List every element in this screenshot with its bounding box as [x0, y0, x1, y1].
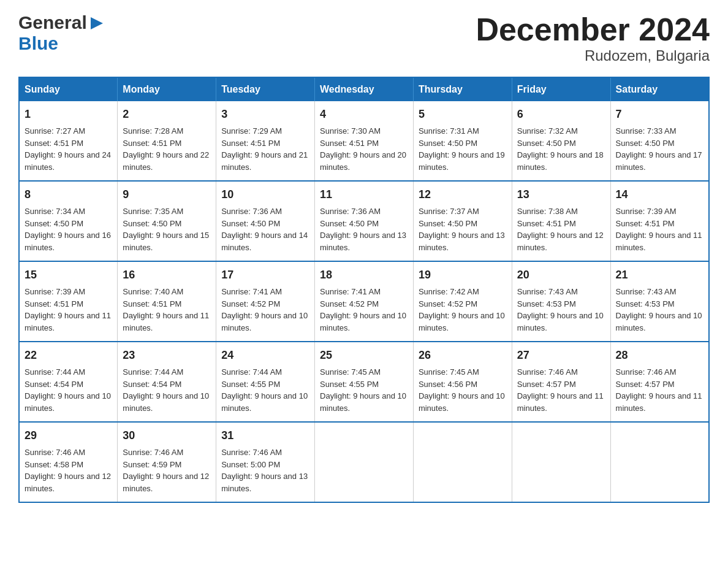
sunset-text: Sunset: 4:51 PM	[25, 137, 112, 150]
day-info: Sunrise: 7:44 AM Sunset: 4:54 PM Dayligh…	[123, 366, 211, 414]
title-block: December 2024 Rudozem, Bulgaria	[476, 12, 710, 64]
day-number: 4	[320, 106, 408, 123]
day-number: 23	[123, 347, 211, 364]
sunrise-text: Sunrise: 7:33 AM	[616, 125, 703, 137]
daylight-text: Daylight: 9 hours and 17 minutes.	[616, 149, 703, 173]
sunrise-text: Sunrise: 7:35 AM	[123, 205, 211, 218]
sunset-text: Sunset: 4:53 PM	[616, 298, 703, 310]
calendar-week-row: 8 Sunrise: 7:34 AM Sunset: 4:50 PM Dayli…	[19, 181, 709, 261]
day-info: Sunrise: 7:43 AM Sunset: 4:53 PM Dayligh…	[517, 286, 605, 334]
calendar-day-cell: 13 Sunrise: 7:38 AM Sunset: 4:51 PM Dayl…	[512, 181, 610, 261]
sunset-text: Sunset: 4:56 PM	[419, 378, 507, 391]
sunrise-text: Sunrise: 7:46 AM	[123, 446, 211, 459]
daylight-text: Daylight: 9 hours and 11 minutes.	[517, 390, 605, 414]
daylight-text: Daylight: 9 hours and 11 minutes.	[616, 229, 703, 253]
day-info: Sunrise: 7:46 AM Sunset: 4:59 PM Dayligh…	[123, 446, 211, 494]
calendar-day-cell: 31 Sunrise: 7:46 AM Sunset: 5:00 PM Dayl…	[216, 422, 315, 502]
sunrise-text: Sunrise: 7:43 AM	[517, 286, 605, 298]
day-number: 14	[616, 186, 703, 203]
calendar-day-cell	[413, 422, 512, 502]
day-number: 5	[419, 106, 507, 123]
sunrise-text: Sunrise: 7:34 AM	[25, 205, 112, 218]
logo: General Blue	[18, 12, 105, 54]
sunrise-text: Sunrise: 7:46 AM	[517, 366, 605, 378]
day-number: 10	[221, 186, 309, 203]
daylight-text: Daylight: 9 hours and 11 minutes.	[25, 310, 112, 334]
day-info: Sunrise: 7:45 AM Sunset: 4:55 PM Dayligh…	[320, 366, 408, 414]
calendar-day-cell: 5 Sunrise: 7:31 AM Sunset: 4:50 PM Dayli…	[413, 101, 512, 181]
daylight-text: Daylight: 9 hours and 14 minutes.	[221, 229, 309, 253]
day-info: Sunrise: 7:44 AM Sunset: 4:55 PM Dayligh…	[221, 366, 309, 414]
sunset-text: Sunset: 4:54 PM	[25, 378, 112, 391]
day-info: Sunrise: 7:34 AM Sunset: 4:50 PM Dayligh…	[25, 205, 112, 253]
day-info: Sunrise: 7:40 AM Sunset: 4:51 PM Dayligh…	[123, 286, 211, 334]
sunset-text: Sunset: 4:51 PM	[517, 218, 605, 230]
day-number: 26	[419, 347, 507, 364]
day-info: Sunrise: 7:39 AM Sunset: 4:51 PM Dayligh…	[616, 205, 703, 253]
sunset-text: Sunset: 4:55 PM	[320, 378, 408, 391]
calendar-day-cell: 1 Sunrise: 7:27 AM Sunset: 4:51 PM Dayli…	[19, 101, 118, 181]
sunrise-text: Sunrise: 7:27 AM	[25, 125, 112, 137]
daylight-text: Daylight: 9 hours and 20 minutes.	[320, 149, 408, 173]
daylight-text: Daylight: 9 hours and 18 minutes.	[517, 149, 605, 173]
calendar-day-cell: 30 Sunrise: 7:46 AM Sunset: 4:59 PM Dayl…	[118, 422, 216, 502]
daylight-text: Daylight: 9 hours and 10 minutes.	[123, 390, 211, 414]
calendar-day-cell	[315, 422, 414, 502]
sunrise-text: Sunrise: 7:42 AM	[419, 286, 507, 298]
day-number: 1	[25, 106, 112, 123]
day-info: Sunrise: 7:36 AM Sunset: 4:50 PM Dayligh…	[320, 205, 408, 253]
day-of-week-header: Thursday	[413, 77, 512, 101]
sunset-text: Sunset: 4:50 PM	[25, 218, 112, 230]
calendar-day-cell: 25 Sunrise: 7:45 AM Sunset: 4:55 PM Dayl…	[315, 342, 414, 422]
calendar-day-cell: 15 Sunrise: 7:39 AM Sunset: 4:51 PM Dayl…	[19, 261, 118, 342]
day-number: 6	[517, 106, 605, 123]
day-number: 15	[25, 267, 112, 283]
day-info: Sunrise: 7:36 AM Sunset: 4:50 PM Dayligh…	[221, 205, 309, 253]
daylight-text: Daylight: 9 hours and 10 minutes.	[616, 310, 703, 334]
sunrise-text: Sunrise: 7:44 AM	[25, 366, 112, 378]
sunset-text: Sunset: 4:50 PM	[419, 218, 507, 230]
sunrise-text: Sunrise: 7:45 AM	[419, 366, 507, 378]
calendar-day-cell: 28 Sunrise: 7:46 AM Sunset: 4:57 PM Dayl…	[610, 342, 709, 422]
day-info: Sunrise: 7:32 AM Sunset: 4:50 PM Dayligh…	[517, 125, 605, 173]
calendar-day-cell: 26 Sunrise: 7:45 AM Sunset: 4:56 PM Dayl…	[413, 342, 512, 422]
calendar-week-row: 29 Sunrise: 7:46 AM Sunset: 4:58 PM Dayl…	[19, 422, 709, 502]
sunset-text: Sunset: 4:52 PM	[320, 298, 408, 310]
sunrise-text: Sunrise: 7:41 AM	[320, 286, 408, 298]
day-info: Sunrise: 7:46 AM Sunset: 5:00 PM Dayligh…	[221, 446, 309, 494]
sunset-text: Sunset: 4:50 PM	[419, 137, 507, 150]
calendar-day-cell: 4 Sunrise: 7:30 AM Sunset: 4:51 PM Dayli…	[315, 101, 414, 181]
daylight-text: Daylight: 9 hours and 16 minutes.	[25, 229, 112, 253]
daylight-text: Daylight: 9 hours and 12 minutes.	[25, 470, 112, 494]
day-info: Sunrise: 7:29 AM Sunset: 4:51 PM Dayligh…	[221, 125, 309, 173]
sunset-text: Sunset: 4:50 PM	[123, 218, 211, 230]
day-number: 28	[616, 347, 703, 364]
calendar-day-cell: 17 Sunrise: 7:41 AM Sunset: 4:52 PM Dayl…	[216, 261, 315, 342]
sunrise-text: Sunrise: 7:37 AM	[419, 205, 507, 218]
day-number: 27	[517, 347, 605, 364]
day-info: Sunrise: 7:46 AM Sunset: 4:57 PM Dayligh…	[616, 366, 703, 414]
calendar-day-cell: 2 Sunrise: 7:28 AM Sunset: 4:51 PM Dayli…	[118, 101, 216, 181]
day-number: 11	[320, 186, 408, 203]
day-info: Sunrise: 7:42 AM Sunset: 4:52 PM Dayligh…	[419, 286, 507, 334]
daylight-text: Daylight: 9 hours and 12 minutes.	[123, 470, 211, 494]
sunrise-text: Sunrise: 7:28 AM	[123, 125, 211, 137]
day-info: Sunrise: 7:39 AM Sunset: 4:51 PM Dayligh…	[25, 286, 112, 334]
calendar-day-cell: 6 Sunrise: 7:32 AM Sunset: 4:50 PM Dayli…	[512, 101, 610, 181]
sunrise-text: Sunrise: 7:46 AM	[25, 446, 112, 459]
day-number: 24	[221, 347, 309, 364]
day-number: 25	[320, 347, 408, 364]
daylight-text: Daylight: 9 hours and 10 minutes.	[320, 310, 408, 334]
calendar-day-cell: 10 Sunrise: 7:36 AM Sunset: 4:50 PM Dayl…	[216, 181, 315, 261]
calendar-day-cell: 14 Sunrise: 7:39 AM Sunset: 4:51 PM Dayl…	[610, 181, 709, 261]
sunrise-text: Sunrise: 7:31 AM	[419, 125, 507, 137]
sunset-text: Sunset: 4:52 PM	[221, 298, 309, 310]
daylight-text: Daylight: 9 hours and 24 minutes.	[25, 149, 112, 173]
sunset-text: Sunset: 4:57 PM	[517, 378, 605, 391]
day-of-week-header: Monday	[118, 77, 216, 101]
day-info: Sunrise: 7:37 AM Sunset: 4:50 PM Dayligh…	[419, 205, 507, 253]
sunrise-text: Sunrise: 7:45 AM	[320, 366, 408, 378]
day-of-week-header: Wednesday	[315, 77, 414, 101]
calendar-week-row: 15 Sunrise: 7:39 AM Sunset: 4:51 PM Dayl…	[19, 261, 709, 342]
sunrise-text: Sunrise: 7:29 AM	[221, 125, 309, 137]
